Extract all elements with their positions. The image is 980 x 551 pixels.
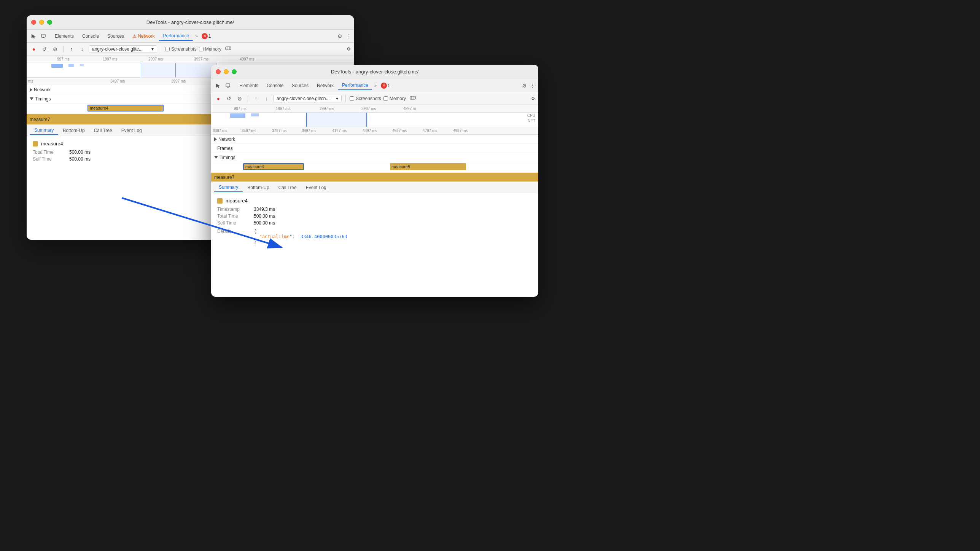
dropdown-icon-2[interactable]: ▾ xyxy=(336,96,338,101)
close-button-2[interactable] xyxy=(216,69,221,74)
record-button[interactable]: ● xyxy=(30,45,38,53)
tab2-elements[interactable]: Elements xyxy=(235,81,262,90)
summary-title-2: measure4 xyxy=(217,198,532,204)
cursor-icon xyxy=(30,32,37,40)
tab2-summary[interactable]: Summary xyxy=(214,183,243,192)
clear-button-2[interactable]: ⊘ xyxy=(235,94,244,103)
tab-bar-1: Elements Console Sources ⚠ Network Perfo… xyxy=(27,30,354,43)
tab2-eventlog[interactable]: Event Log xyxy=(301,183,331,192)
total-time-val-1: 500.00 ms xyxy=(69,150,91,155)
collapse-icon-network[interactable] xyxy=(30,88,32,92)
settings-btn-2b[interactable]: ⚙ xyxy=(531,96,535,101)
network-throttle-icon-2[interactable] xyxy=(410,95,416,102)
bottom-content-2: measure4 Timestamp 3349.3 ms Total Time … xyxy=(211,193,538,249)
timings2-label: Timings xyxy=(220,155,235,160)
track2-label-timings: Timings xyxy=(211,155,242,160)
tab-sources[interactable]: Sources xyxy=(103,32,128,40)
toolbar-actions-2: ⚙ ⋮ xyxy=(522,83,535,89)
more-tabs[interactable]: » xyxy=(195,33,198,39)
summary-name-1: measure4 xyxy=(41,141,63,147)
screenshots-checkbox-2[interactable] xyxy=(350,96,354,101)
tab2-network[interactable]: Network xyxy=(313,81,337,90)
upload-button[interactable]: ↑ xyxy=(67,45,76,53)
download-button-2[interactable]: ↓ xyxy=(262,94,271,103)
upload-button-2[interactable]: ↑ xyxy=(252,94,260,103)
traffic-lights-1 xyxy=(31,20,52,25)
track2-network: Network xyxy=(211,135,538,144)
device-icon xyxy=(40,32,47,40)
settings-btn-2[interactable]: ⚙ xyxy=(347,46,351,52)
tab2-calltree[interactable]: Call Tree xyxy=(274,183,301,192)
brace-close: } xyxy=(254,239,256,245)
minimize-button-1[interactable] xyxy=(39,20,44,25)
timestamp-val: 3349.3 ms xyxy=(254,207,275,212)
tab-network[interactable]: ⚠ Network xyxy=(129,32,158,40)
track2-label-network: Network xyxy=(211,137,242,142)
maximize-button-2[interactable] xyxy=(232,69,237,74)
tab2-console[interactable]: Console xyxy=(263,81,287,90)
tab-console[interactable]: Console xyxy=(78,32,103,40)
more-icon[interactable]: ⋮ xyxy=(345,33,351,39)
tick2-4997m: 4997 m xyxy=(403,107,416,111)
screenshots-checkbox[interactable] xyxy=(165,47,170,51)
dropdown-icon[interactable]: ▾ xyxy=(151,46,154,52)
tab-summary-1[interactable]: Summary xyxy=(30,126,58,135)
tick2-3597: 3597 ms xyxy=(242,129,256,133)
self-time-key-2: Self Time xyxy=(217,220,248,226)
screenshots-toggle-2[interactable]: Screenshots xyxy=(350,96,381,101)
cursor-icon-2 xyxy=(214,82,222,89)
reload-button[interactable]: ↺ xyxy=(40,45,49,53)
self-time-key-1: Self Time xyxy=(33,156,63,162)
url-display-2: angry-clover-close.glitch... ▾ xyxy=(273,95,342,102)
cpu-bar-2a xyxy=(230,113,245,118)
measure7-bar-2[interactable]: measure7 xyxy=(211,173,538,182)
expand-icon-timings[interactable] xyxy=(30,97,33,100)
toolbar-actions: ⚙ ⋮ xyxy=(337,33,351,39)
tab-eventlog-1[interactable]: Event Log xyxy=(117,126,146,135)
record-button-2[interactable]: ● xyxy=(214,94,223,103)
close-badge-2[interactable]: ✕ 1 xyxy=(381,83,390,89)
measure5-timing-bar[interactable]: measure5 xyxy=(390,163,466,170)
details-row: Details { "actualTime": 3346.40000003576… xyxy=(217,229,532,245)
summary-icon-2 xyxy=(217,198,223,204)
tab2-sources[interactable]: Sources xyxy=(288,81,312,90)
clear-button[interactable]: ⊘ xyxy=(51,45,59,53)
tab2-bottomup[interactable]: Bottom-Up xyxy=(243,183,274,192)
download-button[interactable]: ↓ xyxy=(78,45,86,53)
maximize-button-1[interactable] xyxy=(47,20,52,25)
divider-2a xyxy=(248,95,248,102)
tab-performance[interactable]: Performance xyxy=(159,32,193,41)
collapse2-network[interactable] xyxy=(214,137,217,141)
tab-bottomup-1[interactable]: Bottom-Up xyxy=(58,126,89,135)
close-btn[interactable]: ✕ 1 xyxy=(202,33,211,39)
more-icon-2[interactable]: ⋮ xyxy=(530,83,535,89)
minimize-button-2[interactable] xyxy=(224,69,229,74)
network-throttle-icon[interactable] xyxy=(225,45,231,53)
expand2-timings[interactable] xyxy=(214,156,218,159)
window-title-1: DevTools - angry-clover-close.glitch.me/ xyxy=(146,19,234,25)
cpu-bar-2b xyxy=(251,113,259,116)
memory-toggle-2[interactable]: Memory xyxy=(383,96,406,101)
track2-frames: Frames xyxy=(211,144,538,153)
self-time-val-1: 500.00 ms xyxy=(69,156,91,162)
tab-calltree-1[interactable]: Call Tree xyxy=(89,126,117,135)
reload-button-2[interactable]: ↺ xyxy=(225,94,233,103)
svg-marker-6 xyxy=(216,84,220,88)
close-button-1[interactable] xyxy=(31,20,36,25)
measure5-bar-label: measure5 xyxy=(391,164,410,169)
settings-icon[interactable]: ⚙ xyxy=(337,33,342,39)
memory-toggle[interactable]: Memory xyxy=(199,46,221,52)
timestamp-row: Timestamp 3349.3 ms xyxy=(217,207,532,212)
perf-toolbar-2: ● ↺ ⊘ ↑ ↓ angry-clover-close.glitch... ▾… xyxy=(211,92,538,105)
memory-checkbox-2[interactable] xyxy=(383,96,388,101)
tab-elements[interactable]: Elements xyxy=(51,32,78,40)
more-tabs-2[interactable]: » xyxy=(374,83,377,88)
measure4-timing-bar-2[interactable]: measure4 xyxy=(243,163,304,170)
screenshots-toggle[interactable]: Screenshots xyxy=(165,46,197,52)
settings-icon-2[interactable]: ⚙ xyxy=(522,83,527,89)
tick-3997: 3997 ms xyxy=(194,57,208,61)
measure4-timing-bar[interactable]: measure4 xyxy=(88,105,164,111)
tab2-performance[interactable]: Performance xyxy=(338,81,372,90)
svg-rect-2 xyxy=(43,37,44,38)
memory-checkbox[interactable] xyxy=(199,47,204,51)
